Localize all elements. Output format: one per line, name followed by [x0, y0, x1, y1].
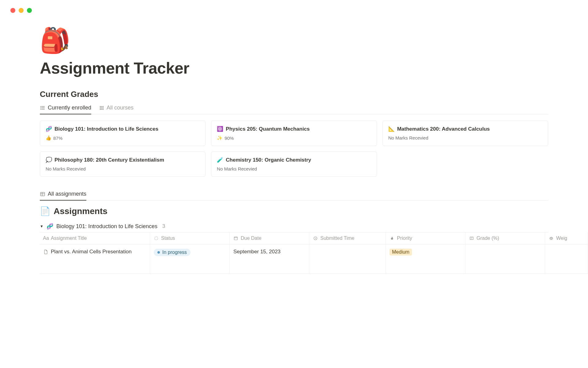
assignments-heading-text: Assignments: [54, 206, 107, 216]
svg-point-17: [155, 237, 155, 237]
cell-priority[interactable]: Medium: [386, 244, 466, 274]
cell-weight[interactable]: [545, 244, 588, 274]
status-badge: In progress: [154, 249, 190, 256]
assignments-view-tabs: All assignments: [40, 191, 548, 201]
window-minimize-button[interactable]: [19, 8, 24, 13]
svg-rect-18: [234, 237, 238, 240]
window-fullscreen-button[interactable]: [27, 8, 32, 13]
col-submitted-time[interactable]: Submitted Time: [309, 232, 386, 244]
course-grid: 🧬 Biology 101: Introduction to Life Scie…: [40, 121, 548, 177]
status-dot-icon: [157, 251, 160, 254]
svg-rect-6: [100, 109, 101, 110]
grade-icon: 👍: [46, 135, 51, 141]
clock-icon: [313, 236, 318, 240]
svg-point-10: [156, 236, 156, 237]
course-card-mathematics[interactable]: 📐 Mathematics 200: Advanced Calculus No …: [383, 121, 548, 146]
table-header-row: Aa Assignment Title Status Due Date Sub: [40, 232, 548, 244]
course-icon: 📐: [388, 126, 395, 132]
course-name-text: Physics 205: Quantum Mechanics: [226, 126, 310, 132]
calendar-icon: [233, 236, 238, 240]
number-icon: [469, 236, 474, 240]
course-icon: ⚛️: [217, 126, 223, 132]
course-name-text: Chemistry 150: Organic Chemistry: [226, 157, 311, 163]
text-icon: Aa: [43, 236, 48, 241]
course-name-text: Philosophy 180: 20th Century Existential…: [55, 157, 164, 163]
course-card-physics[interactable]: ⚛️ Physics 205: Quantum Mechanics ✨ 90%: [211, 121, 377, 146]
assignments-heading[interactable]: 📄 Assignments: [40, 206, 548, 216]
col-status[interactable]: Status: [150, 232, 230, 244]
col-assignment-title[interactable]: Aa Assignment Title: [40, 232, 150, 244]
svg-point-13: [157, 239, 158, 240]
grade-value: No Marks Recevied: [217, 166, 257, 171]
status-text: In progress: [162, 250, 187, 255]
svg-rect-9: [40, 192, 45, 196]
svg-point-11: [157, 237, 158, 237]
tab-label: All courses: [107, 105, 134, 111]
course-name-text: Mathematics 200: Advanced Calculus: [397, 126, 490, 132]
grade-value: No Marks Recevied: [46, 166, 86, 171]
scale-icon: [549, 236, 554, 240]
tab-label: All assignments: [48, 191, 86, 197]
priority-badge: Medium: [390, 249, 412, 255]
grade-icon: ✨: [217, 135, 223, 141]
svg-point-16: [154, 238, 155, 239]
tab-all-assignments[interactable]: All assignments: [40, 191, 86, 200]
course-card-philosophy[interactable]: 💭 Philosophy 180: 20th Century Existenti…: [40, 151, 205, 177]
status-icon: [154, 236, 159, 240]
group-count: 3: [162, 223, 165, 229]
grade-value: 87%: [53, 136, 62, 141]
col-grade[interactable]: Grade (%): [466, 232, 545, 244]
grid-icon: [99, 105, 104, 110]
svg-rect-4: [101, 107, 102, 108]
svg-rect-2: [103, 106, 104, 107]
course-icon: 🧪: [217, 157, 223, 163]
due-date-text: September 15, 2023: [233, 249, 281, 255]
cell-due-date[interactable]: September 15, 2023: [230, 244, 309, 274]
page-title[interactable]: Assignment Tracker: [40, 59, 548, 77]
svg-point-15: [155, 239, 155, 240]
course-card-biology[interactable]: 🧬 Biology 101: Introduction to Life Scie…: [40, 121, 205, 146]
grade-value: 90%: [224, 136, 234, 141]
svg-rect-3: [100, 107, 101, 108]
table-row[interactable]: Plant vs. Animal Cells Presentation In p…: [40, 244, 548, 274]
course-icon: 🧬: [46, 126, 52, 132]
cell-submitted-time[interactable]: [309, 244, 386, 274]
col-due-date[interactable]: Due Date: [230, 232, 309, 244]
grades-heading: Current Grades: [40, 90, 548, 99]
tab-currently-enrolled[interactable]: Currently enrolled: [40, 105, 91, 114]
cell-assignment-title[interactable]: Plant vs. Animal Cells Presentation: [40, 244, 150, 274]
page-icon[interactable]: 🎒: [40, 28, 548, 53]
svg-rect-1: [101, 106, 102, 107]
group-toggle-biology[interactable]: ▼ 🧬 Biology 101: Introduction to Life Sc…: [40, 220, 548, 232]
list-icon: [40, 105, 45, 111]
course-card-chemistry[interactable]: 🧪 Chemistry 150: Organic Chemistry No Ma…: [211, 151, 377, 177]
document-icon: [43, 249, 48, 254]
window-controls: [0, 0, 588, 13]
group-icon: 🧬: [47, 223, 53, 230]
svg-rect-20: [470, 237, 473, 240]
page-container: 🎒 Assignment Tracker Current Grades Curr…: [0, 13, 588, 274]
col-priority[interactable]: Priority: [386, 232, 466, 244]
assignments-table: Aa Assignment Title Status Due Date Sub: [40, 232, 548, 274]
course-name-text: Biology 101: Introduction to Life Scienc…: [55, 126, 158, 132]
assignment-title-text: Plant vs. Animal Cells Presentation: [51, 249, 132, 255]
col-weight[interactable]: Weig: [545, 232, 588, 244]
flame-icon: [390, 236, 394, 240]
grades-view-tabs: Currently enrolled All courses: [40, 105, 548, 114]
tab-label: Currently enrolled: [48, 105, 91, 111]
svg-rect-0: [100, 106, 101, 107]
cell-grade[interactable]: [466, 244, 545, 274]
table-icon: [40, 191, 45, 197]
svg-rect-8: [103, 109, 104, 110]
tab-all-courses[interactable]: All courses: [99, 105, 134, 114]
caret-down-icon: ▼: [40, 224, 43, 228]
svg-point-14: [156, 240, 156, 240]
cell-status[interactable]: In progress: [150, 244, 230, 274]
svg-point-12: [157, 238, 158, 239]
svg-rect-7: [101, 109, 102, 110]
grade-value: No Marks Recevied: [388, 135, 428, 140]
window-close-button[interactable]: [10, 8, 15, 13]
group-name: Biology 101: Introduction to Life Scienc…: [56, 223, 157, 230]
course-icon: 💭: [46, 157, 52, 163]
page-doc-icon: 📄: [40, 206, 51, 216]
